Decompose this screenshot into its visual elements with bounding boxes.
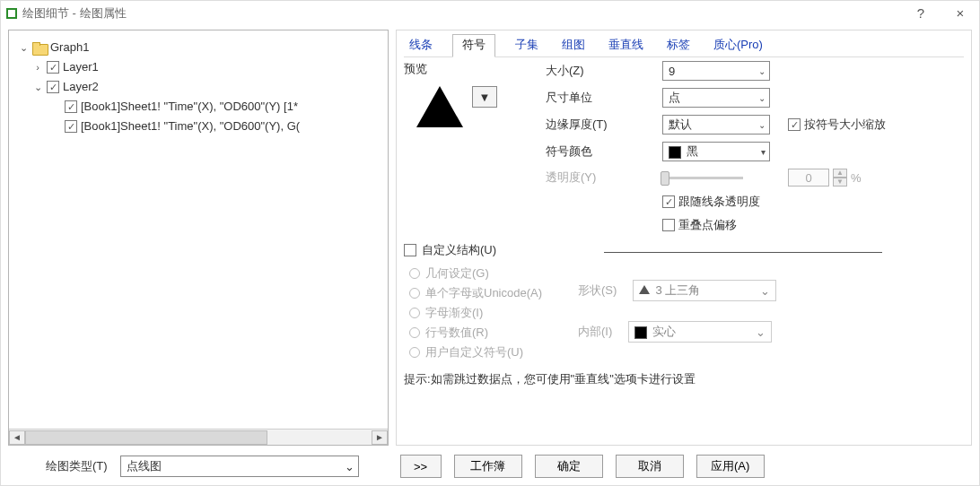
- tree-node-plot2[interactable]: [Book1]Sheet1! "Time"(X), "OD600"(Y), G(: [18, 117, 382, 136]
- unit-select[interactable]: 点 ⌄: [662, 88, 770, 108]
- custom-structure-checkbox[interactable]: 自定义结构(U): [404, 242, 496, 258]
- radio-user-symbol: 用户自定义符号(U): [409, 343, 542, 362]
- overlap-offset-checkbox[interactable]: 重叠点偏移: [662, 217, 964, 233]
- scroll-right-icon[interactable]: ►: [372, 430, 388, 445]
- radio-geometry: 几何设定(G): [409, 264, 542, 283]
- scale-by-symbol-checkbox[interactable]: 按符号大小缩放: [788, 117, 964, 133]
- tree-hscrollbar[interactable]: ◄ ►: [9, 429, 388, 445]
- opacity-spin: ▲ ▼ %: [788, 169, 964, 187]
- radio-row-number: 行号数值(R): [409, 323, 542, 343]
- tree-node-plot1[interactable]: [Book1]Sheet1! "Time"(X), "OD600"(Y) [1*: [18, 97, 382, 117]
- color-value: 黑: [687, 144, 698, 158]
- checkbox[interactable]: [65, 120, 77, 133]
- preview-label: 预览: [404, 61, 538, 77]
- tabs: 线条 符号 子集 组图 垂直线 标签 质心(Pro): [404, 34, 964, 57]
- checkbox[interactable]: [662, 195, 675, 208]
- edge-value: 默认: [669, 117, 692, 133]
- shape-select: 3 上三角 ⌄: [633, 280, 776, 301]
- folder-icon: [32, 42, 47, 54]
- tab-group[interactable]: 组图: [558, 35, 589, 56]
- menu-down-icon: ▾: [761, 147, 766, 157]
- chevron-down-icon: ⌄: [758, 120, 766, 130]
- checkbox[interactable]: [788, 118, 801, 131]
- edge-label: 边缘厚度(T): [546, 117, 662, 133]
- overlap-label: 重叠点偏移: [678, 217, 737, 233]
- custom-structure-label: 自定义结构(U): [422, 242, 496, 258]
- bottom-bar: 绘图类型(T) 点线图 ⌄ >> 工作簿 确定 取消 应用(A): [1, 449, 979, 485]
- size-select[interactable]: 9 ⌄: [662, 61, 770, 81]
- scroll-thumb[interactable]: [25, 430, 267, 445]
- follow-line-checkbox[interactable]: 跟随线条透明度: [662, 194, 964, 210]
- tree-label: Graph1: [50, 38, 89, 57]
- edge-select[interactable]: 默认 ⌄: [662, 115, 770, 135]
- tab-dropline[interactable]: 垂直线: [605, 35, 647, 56]
- chevron-down-icon: ⌄: [758, 66, 766, 76]
- chevron-right-icon[interactable]: ›: [32, 57, 43, 77]
- tab-line[interactable]: 线条: [406, 35, 436, 56]
- follow-line-label: 跟随线条透明度: [678, 194, 760, 210]
- opacity-slider: [662, 177, 788, 179]
- shape-value: 3 上三角: [655, 283, 700, 297]
- plot-type-label: 绘图类型(T): [46, 458, 108, 474]
- spin-down-icon: ▼: [833, 178, 847, 187]
- chevron-down-icon[interactable]: ⌄: [18, 38, 29, 57]
- tree-node-graph[interactable]: ⌄ Graph1: [18, 38, 382, 57]
- checkbox[interactable]: [65, 100, 77, 113]
- separator: [604, 252, 882, 253]
- ok-button[interactable]: 确定: [535, 455, 603, 478]
- fill-label: 内部(I): [578, 324, 612, 340]
- window-title: 绘图细节 - 绘图属性: [22, 5, 127, 22]
- unit-label: 尺寸单位: [546, 90, 662, 106]
- app-icon: [6, 8, 17, 19]
- scroll-left-icon[interactable]: ◄: [9, 430, 25, 445]
- chevron-down-icon: ⌄: [756, 325, 766, 339]
- tree-label: Layer2: [63, 77, 99, 97]
- tab-symbol[interactable]: 符号: [452, 34, 495, 57]
- opacity-input: [788, 169, 829, 187]
- checkbox[interactable]: [47, 61, 59, 74]
- triangle-icon: [639, 285, 650, 294]
- cancel-button[interactable]: 取消: [616, 455, 684, 478]
- color-label: 符号颜色: [546, 143, 662, 160]
- tree-label: Layer1: [63, 57, 99, 77]
- tab-centroid[interactable]: 质心(Pro): [710, 35, 766, 56]
- symbol-preview-icon: [416, 86, 463, 127]
- checkbox[interactable]: [662, 219, 675, 231]
- symbol-gallery-dropdown[interactable]: ▼: [472, 86, 497, 108]
- fill-select: 实心 ⌄: [628, 321, 772, 343]
- tree-label: [Book1]Sheet1! "Time"(X), "OD600"(Y), G(: [81, 117, 300, 136]
- fill-swatch: [634, 326, 647, 339]
- plot-type-select[interactable]: 点线图 ⌄: [120, 456, 359, 477]
- tab-subset[interactable]: 子集: [512, 35, 542, 56]
- hint-text: 提示:如需跳过数据点，您可使用"垂直线"选项卡进行设置: [404, 371, 964, 387]
- plot-type-value: 点线图: [127, 458, 162, 474]
- expand-button[interactable]: >>: [400, 455, 442, 478]
- chevron-down-icon[interactable]: ⌄: [32, 77, 43, 97]
- opacity-label: 透明度(Y): [546, 169, 662, 186]
- tab-label[interactable]: 标签: [663, 35, 694, 56]
- workbook-button[interactable]: 工作簿: [454, 455, 522, 478]
- unit-value: 点: [669, 90, 680, 106]
- spin-up-icon: ▲: [833, 169, 847, 178]
- radio-gradient: 字母渐变(I): [409, 303, 542, 323]
- opacity-pct: %: [851, 171, 862, 185]
- chevron-down-icon: ⌄: [758, 93, 766, 103]
- help-button[interactable]: ?: [907, 1, 934, 26]
- color-select[interactable]: 黑 ▾: [662, 142, 770, 161]
- tree-node-layer2[interactable]: ⌄ Layer2: [18, 77, 382, 97]
- tree-node-layer1[interactable]: › Layer1: [18, 57, 382, 77]
- chevron-down-icon: ⌄: [760, 284, 770, 298]
- close-button[interactable]: ×: [947, 1, 974, 26]
- tree-label: [Book1]Sheet1! "Time"(X), "OD600"(Y) [1*: [81, 97, 298, 117]
- apply-button[interactable]: 应用(A): [696, 455, 765, 478]
- titlebar: 绘图细节 - 绘图属性 ? ×: [1, 1, 979, 26]
- color-swatch: [669, 146, 681, 159]
- checkbox[interactable]: [47, 81, 59, 93]
- chevron-down-icon: ⌄: [345, 460, 354, 473]
- shape-label: 形状(S): [578, 282, 617, 299]
- checkbox[interactable]: [404, 244, 416, 256]
- scale-label: 按符号大小缩放: [804, 117, 886, 133]
- size-value: 9: [669, 65, 675, 78]
- tree-panel: ⌄ Graph1 › Layer1 ⌄ Layer2 [Book1]Sheet1…: [8, 30, 389, 446]
- radio-single-char: 单个字母或Unicode(A): [409, 283, 542, 303]
